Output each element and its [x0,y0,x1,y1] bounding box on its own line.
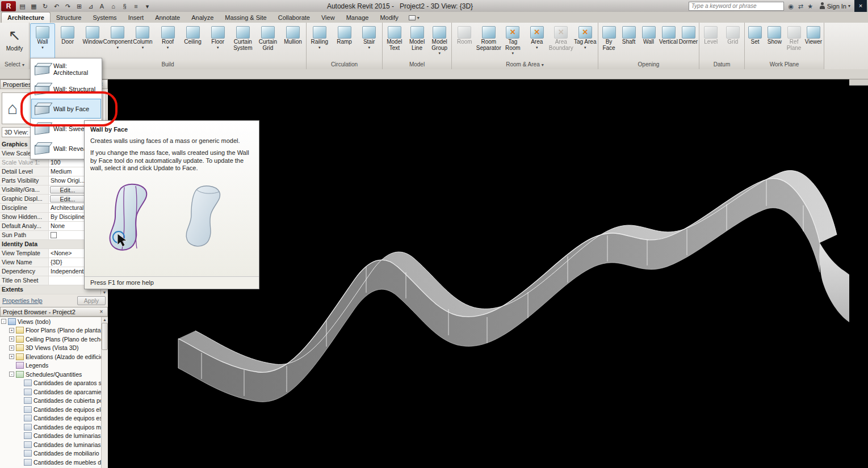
tab-collaborate[interactable]: Collaborate [272,12,316,23]
scroll-up-icon[interactable]: ▲ [103,318,107,322]
tab-systems[interactable]: Systems [87,12,122,23]
tab-view[interactable]: View [316,12,341,23]
component-button[interactable]: Component▾ [105,23,130,60]
area-boundary-button[interactable]: Area Boundary [549,23,573,60]
tree-expand-toggle[interactable]: + [9,345,14,351]
favorites-icon[interactable]: ★ [806,2,815,11]
model-text-button[interactable]: Model Text [383,23,406,60]
tree-item[interactable]: + Elevations (Alzado de edificio [0,352,101,361]
tag-area-button[interactable]: Tag Area▾ [573,23,598,60]
tab-analyze[interactable]: Analyze [186,12,219,23]
wall-opening-button[interactable]: Wall [639,23,659,60]
scroll-thumb[interactable] [102,323,108,350]
property-value[interactable]: Edit... [50,186,85,193]
properties-help-link[interactable]: Properties help [2,297,43,304]
ribbon-panel-label-model[interactable]: Model [383,60,451,69]
tree-item[interactable]: - Views (todo) [0,317,101,326]
level-button[interactable]: Level [700,23,722,60]
room-separator-button[interactable]: Room Separator [477,23,501,60]
set-work-plane-button[interactable]: Set [745,23,765,60]
tree-expand-toggle[interactable]: + [9,328,14,333]
grid-button[interactable]: Grid [722,23,744,60]
canvas-scroll-corner[interactable] [849,79,868,86]
roof-button[interactable]: Roof▾ [155,23,180,60]
tag-room-button[interactable]: Tag Room▾ [501,23,525,60]
tab-massing-site[interactable]: Massing & Site [219,12,272,23]
tree-item[interactable]: Legends [0,361,101,370]
default-3d-view-icon[interactable]: ⌂ [108,1,119,11]
tree-expand-toggle[interactable]: + [9,336,14,341]
measure-icon[interactable]: ⊿ [85,1,96,11]
tree-item[interactable]: Cantidades de mobiliario [0,449,101,458]
thin-lines-icon[interactable]: ≡ [131,1,141,11]
ceiling-button[interactable]: Ceiling [181,23,206,60]
curtain-grid-button[interactable]: Curtain Grid [255,23,280,60]
application-menu-button[interactable]: R [1,1,16,11]
project-browser-scrollbar[interactable]: ▲ [101,317,108,468]
tree-item[interactable]: + 3D Views (Vista 3D) [0,344,101,353]
project-browser-header[interactable]: Project Browser - Project2 × [0,307,108,317]
viewer-button[interactable]: Viewer [804,23,823,60]
modify-button[interactable]: ↖ Modify [1,23,28,60]
tree-item[interactable]: Cantidades de equipos mecár [0,423,101,432]
text-icon[interactable]: A [97,1,107,11]
tab-insert[interactable]: Insert [123,12,150,23]
tree-expand-toggle[interactable]: + [9,354,14,359]
tree-item[interactable]: Cantidades de luminarias [0,432,101,441]
column-button[interactable]: Column▾ [130,23,155,60]
floor-button[interactable]: Floor▾ [206,23,230,60]
tree-expand-toggle[interactable]: - [1,319,6,324]
tree-item[interactable]: Cantidades de equipos eléctri [0,405,101,414]
apply-button[interactable]: Apply [77,296,106,305]
tree-item[interactable]: - Schedules/Quantities [0,370,101,379]
tree-item[interactable]: Cantidades de aparcamiento [0,387,101,397]
ramp-button[interactable]: Ramp [332,23,357,60]
tree-expand-toggle[interactable]: - [9,372,14,377]
tree-item[interactable]: Cantidades de muebles de ob [0,458,101,467]
wall-button[interactable]: Wall▾ [30,23,55,60]
area-button[interactable]: Area▾ [525,23,550,60]
redo-icon[interactable]: ↷ [62,1,73,11]
scroll-down-icon[interactable]: ▼ [103,290,107,294]
show-work-plane-button[interactable]: Show [765,23,784,60]
sign-in-button[interactable]: Sign In ▾ [817,2,852,10]
ribbon-panel-label-select[interactable]: Select▾ [0,60,29,69]
ribbon-display-toggle[interactable]: ▾ [409,15,420,23]
undo-icon[interactable]: ↶ [51,1,62,11]
model-line-button[interactable]: Model Line [406,23,429,60]
curtain-system-button[interactable]: Curtain System [230,23,255,60]
door-button[interactable]: Door [55,23,80,60]
ribbon-panel-label-circulation[interactable]: Circulation [307,60,382,69]
railing-button[interactable]: Railing▾ [307,23,332,60]
property-value[interactable]: Edit... [50,195,85,203]
ribbon-panel-label-datum[interactable]: Datum [699,60,744,69]
infocenter-close-button[interactable]: × [854,0,867,12]
save-icon[interactable]: ▦ [28,1,39,11]
open-file-icon[interactable]: ▤ [17,1,28,11]
room-button[interactable]: Room [452,23,477,60]
close-icon[interactable]: × [98,309,105,315]
ribbon-panel-label-room-area[interactable]: Room & Area▾ [452,60,598,69]
tree-item[interactable]: + Floor Plans (Plano de planta) [0,326,101,335]
qat-customize-icon[interactable]: ▾ [142,1,153,11]
section-icon[interactable]: § [119,1,130,11]
sync-icon[interactable]: ↻ [40,1,51,11]
tree-item[interactable]: Cantidades de equipos especi [0,414,101,423]
model-group-button[interactable]: Model Group▾ [428,23,451,60]
tree-item[interactable]: + Ceiling Plans (Plano de techo [0,335,101,344]
dormer-button[interactable]: Dormer [678,23,698,60]
window-button[interactable]: Window [80,23,105,60]
by-face-button[interactable]: By Face [599,23,619,60]
wall-architectural-item[interactable]: Wall: Architectural [31,59,101,79]
tree-item[interactable]: Cantidades de aparatos sanita [0,379,101,388]
stair-button[interactable]: Stair▾ [357,23,381,60]
print-icon[interactable]: ⊞ [74,1,85,11]
tab-modify[interactable]: Modify [374,12,404,23]
tab-structure[interactable]: Structure [51,12,87,23]
tree-item[interactable]: Cantidades de cubierta por m [0,397,101,406]
exchange-apps-icon[interactable]: ⇄ [796,2,806,11]
ribbon-panel-label-opening[interactable]: Opening [598,60,699,69]
infocenter-search-input[interactable] [689,2,784,11]
tab-architecture[interactable]: Architecture [1,12,51,23]
mullion-button[interactable]: Mullion [280,23,305,60]
